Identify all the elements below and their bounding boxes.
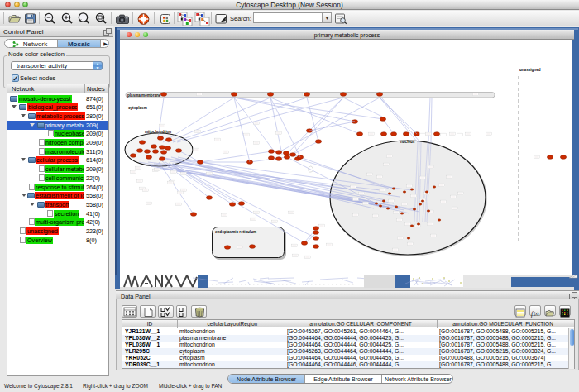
svg-text:(x): (x) [534, 311, 539, 316]
svg-text:endoplasmic reticulum: endoplasmic reticulum [215, 230, 256, 234]
svg-text:cytoplasm: cytoplasm [128, 106, 147, 110]
svg-text:unassigned: unassigned [519, 68, 541, 72]
svg-text:plasma membrane: plasma membrane [127, 93, 161, 98]
svg-text:mitochondrion: mitochondrion [145, 130, 171, 134]
svg-text:nucleus: nucleus [400, 140, 415, 144]
